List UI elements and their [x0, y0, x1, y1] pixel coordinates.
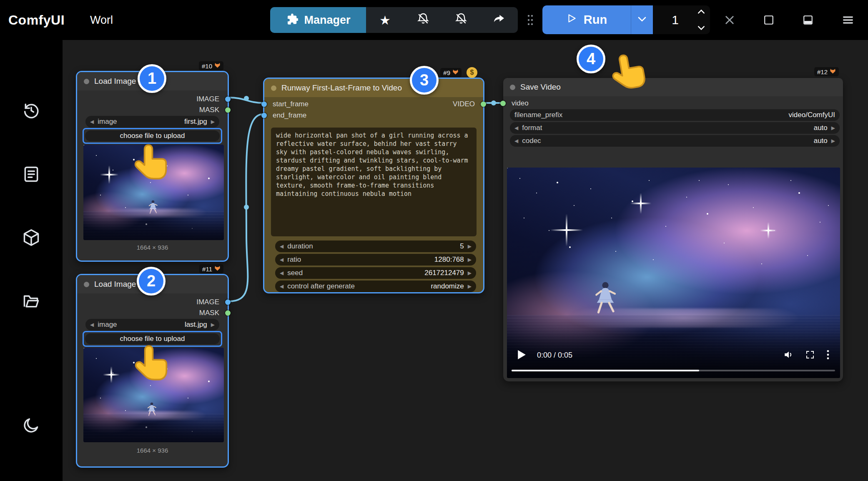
sidebar-settings[interactable]: [21, 479, 41, 481]
output-slot-mask: MASK: [199, 308, 228, 318]
widget-right-arrow-icon[interactable]: ▶: [831, 138, 835, 144]
widget-right-arrow-icon[interactable]: ▶: [831, 125, 835, 131]
widget-right-arrow-icon[interactable]: ▶: [211, 322, 215, 328]
node-header[interactable]: Runway First-Last-Frame to Video: [264, 79, 483, 97]
menu-button[interactable]: [841, 14, 855, 27]
mask-output-dot[interactable]: [225, 108, 231, 113]
toolbar-drag-handle-icon[interactable]: [524, 11, 536, 29]
sidebar-node-library[interactable]: [21, 165, 41, 185]
input-slot-video: video: [503, 98, 529, 109]
seed-widget[interactable]: ◀ seed 2617212479 ▶: [275, 267, 476, 279]
fox-icon: [452, 69, 459, 76]
workflow-name[interactable]: Worl: [90, 0, 113, 40]
widget-left-arrow-icon[interactable]: ◀: [514, 125, 518, 131]
widget-right-arrow-icon[interactable]: ▶: [468, 257, 472, 263]
collapse-dot[interactable]: [510, 85, 515, 90]
history-icon: [22, 101, 40, 121]
output-slot-image: IMAGE: [196, 297, 228, 308]
filename-prefix-widget[interactable]: filename_prefix video/ComfyUI: [510, 109, 840, 121]
sparkle-star-icon: [103, 366, 120, 383]
choose-file-button[interactable]: choose file to upload: [85, 333, 220, 344]
play-button[interactable]: [517, 350, 526, 361]
image-output-dot[interactable]: [225, 97, 231, 102]
node-header[interactable]: Save Video: [503, 78, 843, 96]
duration-widget[interactable]: ◀ duration 5 ▶: [275, 240, 476, 252]
bell-slash-icon: [454, 12, 468, 28]
star-button[interactable]: ★: [366, 7, 404, 33]
fox-icon: [830, 68, 836, 75]
count-decrease-button[interactable]: [697, 25, 705, 30]
format-widget[interactable]: ◀ format auto ▶: [510, 122, 840, 134]
fullscreen-button[interactable]: [805, 350, 815, 361]
video-input-dot[interactable]: [500, 101, 506, 106]
widget-left-arrow-icon[interactable]: ◀: [514, 138, 518, 144]
player-controls: 0:00 / 0:05: [507, 345, 840, 366]
choose-file-button[interactable]: choose file to upload: [85, 130, 220, 141]
widget-left-arrow-icon[interactable]: ◀: [90, 322, 94, 328]
bottom-panel-button[interactable]: [801, 14, 815, 27]
manager-button[interactable]: Manager: [270, 7, 366, 33]
widget-left-arrow-icon[interactable]: ◀: [280, 243, 283, 249]
control-after-generate-widget[interactable]: ◀ control after generate randomize ▶: [275, 281, 476, 292]
fox-icon: [214, 62, 221, 70]
share-button[interactable]: [480, 7, 518, 33]
node-canvas[interactable]: #10 Load Image IMAGE MASK ◀ image first.…: [63, 40, 868, 481]
step-badge-3: 3: [410, 66, 439, 95]
notifications-muted-button[interactable]: [404, 7, 442, 33]
output-slot-video: VIDEO: [453, 99, 483, 110]
widget-right-arrow-icon[interactable]: ▶: [211, 119, 215, 125]
app-logo: ComfyUI: [8, 0, 65, 40]
collapse-dot[interactable]: [84, 79, 89, 84]
codec-widget[interactable]: ◀ codec auto ▶: [510, 135, 840, 147]
start-frame-input-dot[interactable]: [261, 102, 267, 107]
volume-button[interactable]: [783, 349, 794, 361]
prompt-textarea[interactable]: wide horizontal pan shot of a girl runni…: [271, 128, 477, 236]
video-output-dot[interactable]: [481, 102, 486, 107]
chevron-down-icon: [637, 14, 647, 25]
player-time: 0:00 / 0:05: [537, 351, 572, 360]
sidebar-queue-history[interactable]: [21, 101, 41, 121]
seek-bar[interactable]: [512, 370, 835, 371]
caret-up-icon: [697, 9, 705, 15]
hamburger-icon: [842, 14, 854, 27]
widget-value: randomize: [431, 282, 464, 291]
collapse-dot[interactable]: [271, 85, 276, 91]
sidebar-workflows[interactable]: [21, 292, 41, 312]
panel-bottom-icon: [803, 15, 813, 27]
ratio-widget[interactable]: ◀ ratio 1280:768 ▶: [275, 254, 476, 266]
widget-left-arrow-icon[interactable]: ◀: [280, 283, 283, 289]
widget-value: first.jpg: [184, 118, 207, 126]
widget-left-arrow-icon[interactable]: ◀: [280, 270, 283, 276]
image-combo-widget[interactable]: ◀ image first.jpg ▶: [85, 116, 219, 128]
stars-decoration: [507, 168, 508, 168]
widget-right-arrow-icon[interactable]: ▶: [468, 243, 472, 249]
collapse-dot[interactable]: [84, 282, 89, 287]
slot-label: MASK: [199, 106, 219, 114]
count-increase-button[interactable]: [697, 9, 705, 14]
water-reflection: [83, 211, 224, 240]
widget-right-arrow-icon[interactable]: ▶: [468, 270, 472, 276]
sidebar-theme-toggle[interactable]: [21, 416, 41, 436]
image-combo-widget[interactable]: ◀ image last.jpg ▶: [85, 319, 219, 331]
video-player[interactable]: 0:00 / 0:05: [507, 168, 840, 378]
alerts-muted-button[interactable]: [442, 7, 480, 33]
end-frame-input-dot[interactable]: [261, 113, 267, 118]
mask-output-dot[interactable]: [225, 311, 231, 316]
interrupt-button[interactable]: [723, 14, 736, 27]
run-button[interactable]: Run: [542, 5, 631, 34]
widget-value: auto: [814, 137, 828, 145]
run-options-button[interactable]: [631, 5, 653, 34]
image-output-dot[interactable]: [225, 300, 231, 305]
sidebar-model-library[interactable]: [21, 228, 41, 248]
widget-label: image: [98, 118, 117, 126]
more-options-button[interactable]: [826, 349, 830, 361]
folder-open-icon: [22, 292, 40, 312]
widget-left-arrow-icon[interactable]: ◀: [280, 257, 283, 263]
batch-count-spinner: [697, 9, 705, 30]
widget-left-arrow-icon[interactable]: ◀: [90, 119, 94, 125]
focus-mode-button[interactable]: [762, 14, 775, 27]
caret-down-icon: [697, 25, 705, 32]
widget-label: duration: [287, 242, 313, 251]
widget-right-arrow-icon[interactable]: ▶: [468, 283, 472, 289]
document-list-icon: [22, 165, 40, 185]
